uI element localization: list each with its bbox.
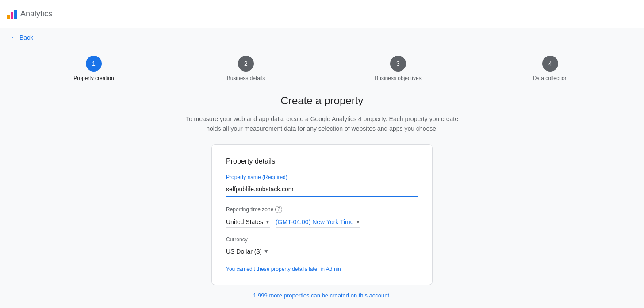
logo-bar-3 (14, 10, 17, 19)
country-dropdown[interactable]: United States ▼ (226, 217, 270, 228)
country-value: United States (226, 218, 263, 225)
header: Analytics (0, 0, 644, 28)
logo: Analytics (7, 9, 52, 19)
main-content: Create a property To measure your web an… (0, 90, 644, 308)
help-icon[interactable]: ? (275, 206, 282, 213)
currency-field-group: Currency US Dollar ($) ▼ (226, 236, 418, 257)
currency-chevron-icon: ▼ (264, 248, 269, 255)
step-4: 4 Data collection (474, 56, 626, 81)
step-2-circle: 2 (238, 56, 254, 72)
property-name-input[interactable] (226, 182, 418, 197)
currency-label: Currency (226, 236, 248, 243)
card-title: Property details (226, 157, 418, 165)
edit-note: You can edit these property details late… (226, 266, 418, 272)
reporting-timezone-label: Reporting time zone (226, 206, 273, 213)
step-3-label: Business objectives (375, 75, 421, 81)
stepper: 1 Property creation 2 Business details 3… (0, 47, 644, 90)
property-name-label: Property name (Required) (226, 174, 418, 180)
reporting-timezone-group: Reporting time zone ? United States ▼ (G… (226, 206, 418, 228)
back-label: Back (19, 34, 33, 41)
page-title: Create a property (281, 95, 364, 107)
logo-bar-2 (11, 12, 13, 19)
app-title: Analytics (20, 9, 52, 19)
timezone-dropdown[interactable]: (GMT-04:00) New York Time ▼ (276, 217, 361, 228)
property-details-card: Property details Property name (Required… (211, 144, 433, 285)
step-1: 1 Property creation (18, 56, 170, 81)
step-1-label: Property creation (73, 75, 114, 81)
step-4-circle: 4 (542, 56, 558, 72)
property-name-field-group: Property name (Required) (226, 174, 418, 197)
back-button[interactable]: ← Back (11, 34, 33, 42)
currency-label-row: Currency (226, 236, 418, 243)
back-section: ← Back (0, 28, 644, 47)
currency-dropdown[interactable]: US Dollar ($) ▼ (226, 246, 269, 257)
reporting-timezone-label-row: Reporting time zone ? (226, 206, 418, 213)
timezone-chevron-icon: ▼ (356, 219, 361, 225)
country-chevron-icon: ▼ (265, 219, 270, 225)
step-3: 3 Business objectives (322, 56, 474, 81)
currency-value: US Dollar ($) (226, 248, 262, 255)
step-3-circle: 3 (390, 56, 406, 72)
step-4-label: Data collection (533, 75, 568, 81)
timezone-dropdowns-row: United States ▼ (GMT-04:00) New York Tim… (226, 217, 418, 228)
back-arrow-icon: ← (11, 34, 18, 42)
logo-bar-1 (7, 15, 10, 19)
step-1-circle: 1 (86, 56, 102, 72)
properties-note: 1,999 more properties can be created on … (253, 292, 391, 299)
page-description: To measure your web and app data, create… (180, 114, 464, 134)
step-2-label: Business details (227, 75, 265, 81)
step-2: 2 Business details (170, 56, 322, 81)
timezone-value: (GMT-04:00) New York Time (276, 218, 354, 225)
analytics-logo-icon (7, 9, 17, 19)
